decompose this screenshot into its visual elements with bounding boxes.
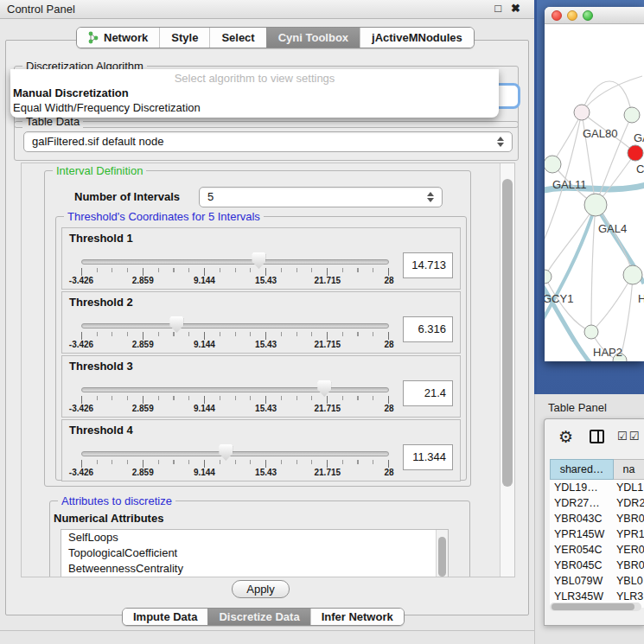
numerical-attributes-label: Numerical Attributes xyxy=(54,512,163,525)
zoom-traffic-light-icon[interactable] xyxy=(583,10,593,21)
list-scrollbar-thumb[interactable] xyxy=(438,537,446,577)
threshold-panel-1: Threshold 1 -3.4262.8599.14415.4321.7152… xyxy=(61,227,461,290)
table-header-row: shared… na xyxy=(550,459,644,480)
threshold-panels: Threshold 1 -3.4262.8599.14415.4321.7152… xyxy=(56,217,466,481)
list-item[interactable]: TopologicalCoefficient xyxy=(61,545,448,561)
network-view-window: GAL80GACGAL11GAL4GCY1HHAP2 xyxy=(545,7,644,361)
threshold-4-slider[interactable]: -3.4262.8599.14415.4321.71528 xyxy=(81,441,389,481)
close-icon[interactable]: ✖ xyxy=(511,2,520,15)
tab-network-label: Network xyxy=(104,31,148,44)
threshold-2-slider[interactable]: -3.4262.8599.14415.4321.71528 xyxy=(81,313,389,353)
table-row[interactable]: YPR145WYPR1 xyxy=(550,526,644,542)
tab-jactivemnodules[interactable]: jActiveMNodules xyxy=(360,28,474,48)
table-panel-window: ⚙ ☑☑ shared… na YDL19…YDL1 YDR27…YDR2 YB… xyxy=(544,418,644,626)
table-row[interactable]: YDR27…YDR2 xyxy=(550,495,644,511)
network-canvas[interactable]: GAL80GACGAL11GAL4GCY1HHAP2 xyxy=(545,24,644,361)
tab-cyni-toolbox[interactable]: Cyni Toolbox xyxy=(266,28,360,48)
tab-infer-network[interactable]: Infer Network xyxy=(310,609,404,625)
numerical-attributes-list[interactable]: SelfLoops TopologicalCoefficient Between… xyxy=(61,529,449,577)
columns-icon[interactable] xyxy=(590,430,604,443)
table-horizontal-scrollbar-thumb[interactable] xyxy=(552,603,634,610)
slider-thumb[interactable] xyxy=(169,316,183,333)
footer-strip xyxy=(0,631,534,644)
algorithm-dropdown-popup: Select algorithm to view settings Manual… xyxy=(10,69,499,118)
panel-title: Control Panel xyxy=(7,3,75,16)
table-row[interactable]: YER054CYER0 xyxy=(550,542,644,558)
table-panel-region: Table Panel ⚙ ☑☑ shared… na YDL19…YDL1 Y… xyxy=(534,394,644,644)
svg-text:GAL4: GAL4 xyxy=(598,222,627,235)
threshold-1-slider[interactable]: -3.4262.8599.14415.4321.71528 xyxy=(81,249,389,289)
svg-text:GAL11: GAL11 xyxy=(552,178,587,191)
tab-style[interactable]: Style xyxy=(159,28,209,48)
threshold-1-value-field[interactable]: 14.713 xyxy=(403,252,453,278)
combo-stepper-icon[interactable] xyxy=(427,191,435,203)
threshold-2-value-field[interactable]: 6.316 xyxy=(403,316,453,342)
table-row[interactable]: YBR045CYBR0 xyxy=(550,558,644,573)
threshold-3-slider[interactable]: -3.4262.8599.14415.4321.71528 xyxy=(81,377,389,417)
table-row[interactable]: YBL079WYBL0 xyxy=(550,573,644,589)
number-of-intervals-combo[interactable]: 5 xyxy=(199,187,443,207)
table-toolbar: ⚙ ☑☑ xyxy=(545,419,644,456)
minimize-traffic-light-icon[interactable] xyxy=(567,10,577,21)
popup-option-manual[interactable]: Manual Discretization xyxy=(10,86,499,100)
threshold-4-label: Threshold 4 xyxy=(69,424,133,437)
network-graph[interactable]: GAL80GACGAL11GAL4GCY1HHAP2 xyxy=(545,24,644,361)
list-item[interactable]: BetweennessCentrality xyxy=(61,561,448,577)
number-of-intervals-label: Number of Intervals xyxy=(74,190,180,203)
checkbox-icons[interactable]: ☑☑ xyxy=(617,430,641,443)
slider-track[interactable] xyxy=(81,451,389,456)
settings-viewport: Interval Definition Number of Intervals … xyxy=(22,163,501,577)
slider-track[interactable] xyxy=(81,323,389,328)
table-row[interactable]: YDL19…YDL1 xyxy=(550,480,644,495)
slider-thumb[interactable] xyxy=(219,444,233,461)
tab-select[interactable]: Select xyxy=(209,28,265,48)
slider-ticks xyxy=(81,460,389,468)
control-panel-window: Control Panel □ ✖ Network Style Select C… xyxy=(0,0,534,644)
threshold-3-value-field[interactable]: 21.4 xyxy=(403,380,453,406)
threshold-3-label: Threshold 3 xyxy=(69,360,133,373)
bottom-tab-bar: Impute Data Discretize Data Infer Networ… xyxy=(122,608,405,626)
list-scrollbar[interactable] xyxy=(436,530,448,577)
threshold-4-value-field[interactable]: 11.344 xyxy=(403,444,453,470)
slider-ticks xyxy=(81,268,389,276)
list-item[interactable]: SelfLoops xyxy=(61,530,448,545)
tab-network[interactable]: Network xyxy=(77,28,159,48)
slider-ticks xyxy=(81,396,389,404)
gear-icon[interactable]: ⚙ xyxy=(558,427,573,447)
attributes-to-discretize-label: Attributes to discretize xyxy=(58,494,175,507)
threshold-panel-4: Threshold 4 -3.4262.8599.14415.4321.7152… xyxy=(61,419,461,481)
table-data-combo[interactable]: galFiltered.sif default node xyxy=(23,131,513,152)
float-window-icon[interactable]: □ xyxy=(494,2,501,15)
tab-impute-data[interactable]: Impute Data xyxy=(123,609,207,625)
svg-text:GCY1: GCY1 xyxy=(545,292,573,305)
table-body: YDL19…YDL1 YDR27…YDR2 YBR043CYBR0 YPR145… xyxy=(550,480,644,608)
column-header-shared-name[interactable]: shared… xyxy=(550,459,614,480)
slider-track[interactable] xyxy=(81,259,389,265)
table-panel-title: Table Panel xyxy=(548,401,607,414)
network-window-titlebar xyxy=(545,7,644,24)
close-traffic-light-icon[interactable] xyxy=(552,10,562,21)
settings-scrollbar-thumb[interactable] xyxy=(502,179,513,487)
network-icon xyxy=(88,31,99,44)
svg-text:GA: GA xyxy=(634,131,644,144)
combo-stepper-icon[interactable] xyxy=(497,136,505,148)
threshold-panel-3: Threshold 3 -3.4262.8599.14415.4321.7152… xyxy=(61,355,461,418)
slider-thumb[interactable] xyxy=(317,380,331,397)
interval-definition-group: Interval Definition Number of Intervals … xyxy=(44,170,471,487)
slider-tick-labels: -3.4262.8599.14415.4321.71528 xyxy=(81,340,389,351)
slider-thumb[interactable] xyxy=(252,252,265,269)
threshold-coordinates-group: Threshold's Coordinates for 5 Intervals … xyxy=(55,216,467,481)
tab-discretize-data[interactable]: Discretize Data xyxy=(207,609,309,625)
table-horizontal-scrollbar[interactable] xyxy=(550,603,641,611)
threshold-2-label: Threshold 2 xyxy=(69,296,133,309)
svg-text:H: H xyxy=(638,292,644,305)
table-row[interactable]: YBR043CYBR0 xyxy=(550,511,644,526)
threshold-coordinates-label: Threshold's Coordinates for 5 Intervals xyxy=(64,210,264,223)
popup-option-equal-width[interactable]: Equal Width/Frequency Discretization xyxy=(10,100,499,115)
control-panel-titlebar: Control Panel □ ✖ xyxy=(0,0,534,19)
column-header-name[interactable]: na xyxy=(614,459,644,480)
apply-button[interactable]: Apply xyxy=(232,580,290,598)
slider-track[interactable] xyxy=(81,387,389,392)
settings-scrollbar[interactable] xyxy=(500,163,514,577)
slider-tick-labels: -3.4262.8599.14415.4321.71528 xyxy=(81,404,389,415)
